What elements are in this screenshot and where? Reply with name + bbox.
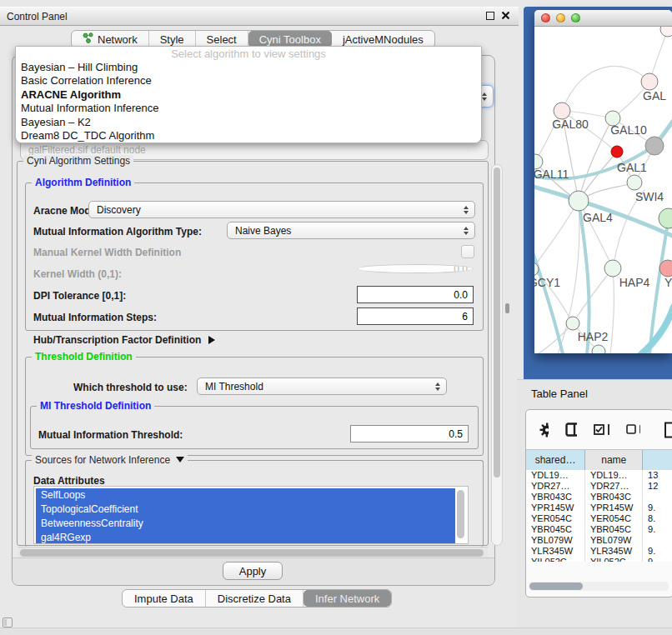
tab-label: jActiveMNodules [343,33,424,46]
settings-hscroll-thumb[interactable] [20,549,484,557]
panel-splitter-handle[interactable] [505,303,509,313]
network-edge[interactable] [641,307,672,353]
table-row[interactable]: YER054CYER054C8. [526,513,672,524]
column-header[interactable] [643,450,672,470]
node-unlabeled[interactable] [645,137,664,155]
node-label: GCY1 [534,276,560,289]
node-label: GAL [643,89,666,102]
tab-discretize-data[interactable]: Discretize Data [206,590,303,607]
network-canvas[interactable]: GALGAL80GAL10GAL11GAL1GAL4SWI4GCY1HAP4YH… [534,27,672,353]
settings-vscroll-thumb[interactable] [494,168,500,478]
select-all-checkboxes-icon[interactable] [594,424,609,435]
hub-section-toggle[interactable]: Hub/Transcription Factor Definition [33,334,215,346]
table-horizontal-scrollbar[interactable] [529,582,669,591]
table-row[interactable]: YDR27…YDR27…12 [526,481,672,492]
table-cell: YER054C [585,513,643,524]
minimize-window-icon[interactable] [556,13,565,22]
collapsed-panel-icon[interactable] [3,618,13,628]
table-row[interactable]: YIL052CYIL052C9 [526,557,672,562]
column-header[interactable]: name [585,450,643,470]
cyni-settings-title: Cyni Algorithm Settings [23,155,133,167]
aracne-mode-select[interactable]: Discovery [88,201,475,218]
node-label: GAL10 [610,123,647,137]
attribute-item[interactable]: BetweennessCentrality [36,517,455,531]
sources-group-title: Sources for Network Inference [35,454,170,466]
tab-impute-data[interactable]: Impute Data [123,590,206,607]
tab-label: Select [207,33,237,46]
network-edge[interactable] [558,201,579,353]
table-cell: YBR043C [526,492,585,502]
table-panel-section: Table Panel [517,379,672,629]
apply-button[interactable]: Apply [223,562,283,580]
tab-network[interactable]: Network [72,31,149,48]
tab-select[interactable]: Select [196,31,248,48]
which-threshold-select[interactable]: MI Threshold [197,378,447,395]
mi-threshold-input[interactable] [350,425,469,442]
sources-group-toggle[interactable]: Sources for Network Inference [32,454,188,466]
node-GAL80[interactable] [554,102,570,119]
algorithm-option[interactable]: Bayesian – K2 [16,116,481,129]
deselect-all-checkboxes-icon[interactable] [626,424,640,435]
kernel-width-input[interactable] [357,264,474,273]
which-threshold-label: Which threshold to use: [73,382,188,393]
mi-type-select[interactable]: Naive Bayes [227,222,475,239]
data-attributes-list: SelfLoopsTopologicalCoefficientBetweenne… [33,486,469,544]
table-row[interactable]: YBR043CYBR043C [526,492,672,502]
algorithm-option[interactable]: Mutual Information Inference [16,102,481,115]
node-Y[interactable] [659,260,672,277]
table-row[interactable]: YDL19…YDL19…13 [526,470,672,481]
table-row[interactable]: YPR145WYPR145W9. [526,502,672,513]
algorithm-option[interactable]: ARACNE Algorithm [16,88,481,102]
table-row[interactable]: YBL079WYBL079W [526,535,672,546]
algorithm-option[interactable]: Dream8 DC_TDC Algorithm [16,129,481,142]
close-icon[interactable] [501,11,510,20]
network-edge[interactable] [562,66,649,111]
algorithm-option[interactable]: Bayesian – Hill Climbing [16,61,481,74]
network-view-frame: GALGAL80GAL10GAL11GAL1GAL4SWI4GCY1HAP4YH… [524,7,672,381]
attribute-item[interactable]: SelfLoops [36,488,455,502]
node-HAP2[interactable] [566,317,579,330]
network-edge[interactable] [610,268,614,353]
network-edge[interactable] [534,201,579,269]
tab-style[interactable]: Style [149,31,196,48]
node-SWI4[interactable] [659,208,672,228]
network-edge[interactable] [573,268,613,323]
table-hscroll-thumb[interactable] [529,582,583,590]
table-body: YDL19…YDL19…13YDR27…YDR27…12YBR043CYBR04… [526,470,672,562]
node-HAP4[interactable] [604,260,621,277]
which-threshold-value: MI Threshold [205,381,263,392]
document-icon[interactable] [664,422,672,438]
threshold-definition-title: Threshold Definition [32,351,136,362]
table-row[interactable]: YBR045CYBR045C9. [526,524,672,535]
node-unlabeled[interactable] [660,27,672,37]
attributes-list-scrollbar[interactable] [457,490,464,538]
node-label: HAP2 [578,330,609,343]
node-unlabeled[interactable] [611,146,623,158]
columns-icon[interactable] [565,422,577,437]
column-header[interactable]: shared… [526,450,585,470]
settings-vertical-scrollbar[interactable] [491,164,503,546]
mi-steps-input[interactable] [357,308,474,325]
close-window-icon[interactable] [541,13,550,22]
zoom-window-icon[interactable] [571,13,580,22]
node-GAL1[interactable] [627,175,642,190]
float-window-icon[interactable] [486,12,494,20]
cyni-bottom-tabbar: Impute DataDiscretize DataInfer Network [122,589,392,608]
node-GAL4[interactable] [569,191,589,211]
node-GAL[interactable] [641,73,658,90]
tab-label: Cyni Toolbox [259,33,321,46]
table-cell: YBR043C [585,492,643,502]
attribute-item[interactable]: TopologicalCoefficient [36,502,455,517]
manual-kernel-checkbox[interactable] [461,245,474,258]
tab-cyni-toolbox[interactable]: Cyni Toolbox [248,31,332,48]
algorithm-option[interactable]: Basic Correlation Inference [16,74,481,88]
tab-infer-network[interactable]: Infer Network [303,590,391,607]
gear-icon[interactable] [539,422,549,438]
settings-horizontal-scrollbar[interactable] [18,547,488,558]
table-row[interactable]: YLR345WYLR345W9. [526,546,672,557]
tab-jactivemnodules[interactable]: jActiveMNodules [332,31,434,48]
attribute-item[interactable]: gal4RGexp [36,531,455,544]
table-cell: 12 [643,481,672,492]
network-canvas-svg: GALGAL80GAL10GAL11GAL1GAL4SWI4GCY1HAP4YH… [534,27,672,353]
dpi-tolerance-input[interactable] [357,286,474,303]
